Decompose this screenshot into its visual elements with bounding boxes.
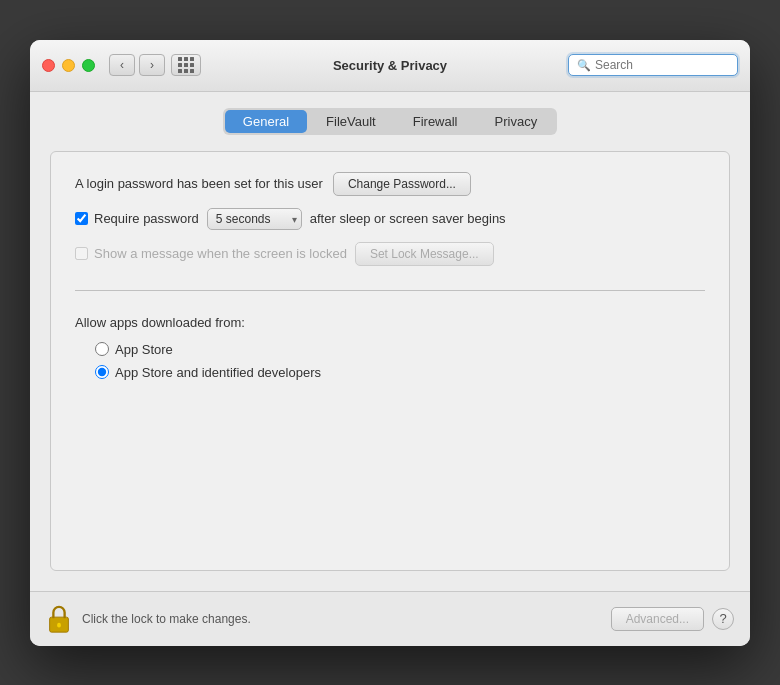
nav-buttons: ‹ › <box>109 54 165 76</box>
lock-message-label: Show a message when the screen is locked <box>94 246 347 261</box>
login-password-row: A login password has been set for this u… <box>75 172 705 196</box>
tab-general[interactable]: General <box>225 110 307 133</box>
tab-group: General FileVault Firewall Privacy <box>223 108 557 135</box>
radio-app-store-row: App Store <box>95 342 705 357</box>
lock-message-checkbox[interactable] <box>75 247 88 260</box>
radio-app-store-identified-label: App Store and identified developers <box>115 365 321 380</box>
search-icon: 🔍 <box>577 59 591 72</box>
content-area: General FileVault Firewall Privacy A log… <box>30 92 750 591</box>
settings-panel: A login password has been set for this u… <box>50 151 730 571</box>
forward-arrow-icon: › <box>150 58 154 72</box>
bottombar: Click the lock to make changes. Advanced… <box>30 591 750 646</box>
fullscreen-button[interactable] <box>82 59 95 72</box>
search-box[interactable]: 🔍 <box>568 54 738 76</box>
main-window: ‹ › Security & Privacy 🔍 General FileVau… <box>30 40 750 646</box>
tab-filevault[interactable]: FileVault <box>308 110 394 133</box>
svg-rect-1 <box>57 622 61 627</box>
radio-app-store-identified[interactable] <box>95 365 109 379</box>
forward-button[interactable]: › <box>139 54 165 76</box>
change-password-button[interactable]: Change Password... <box>333 172 471 196</box>
tab-firewall[interactable]: Firewall <box>395 110 476 133</box>
minimize-button[interactable] <box>62 59 75 72</box>
tabs-bar: General FileVault Firewall Privacy <box>50 108 730 135</box>
lock-message-checkbox-row: Show a message when the screen is locked <box>75 246 347 261</box>
radio-app-store-identified-row: App Store and identified developers <box>95 365 705 380</box>
after-sleep-label: after sleep or screen saver begins <box>310 211 506 226</box>
lock-icon <box>46 604 72 634</box>
require-password-checkbox-row: Require password <box>75 211 199 226</box>
titlebar: ‹ › Security & Privacy 🔍 <box>30 40 750 92</box>
allow-apps-title: Allow apps downloaded from: <box>75 315 705 330</box>
radio-app-store[interactable] <box>95 342 109 356</box>
password-timeout-wrapper: 5 seconds immediately 1 minute 5 minutes… <box>207 208 302 230</box>
back-button[interactable]: ‹ <box>109 54 135 76</box>
lock-message-text: Click the lock to make changes. <box>82 612 251 626</box>
traffic-lights <box>42 59 95 72</box>
grid-view-button[interactable] <box>171 54 201 76</box>
lock-message-row: Show a message when the screen is locked… <box>75 242 705 266</box>
help-icon: ? <box>719 611 726 626</box>
require-password-checkbox[interactable] <box>75 212 88 225</box>
radio-app-store-label: App Store <box>115 342 173 357</box>
section-divider <box>75 290 705 291</box>
search-input[interactable] <box>595 58 729 72</box>
bottom-right-controls: Advanced... ? <box>611 607 734 631</box>
window-title: Security & Privacy <box>333 58 447 73</box>
back-arrow-icon: ‹ <box>120 58 124 72</box>
tab-privacy[interactable]: Privacy <box>477 110 556 133</box>
password-timeout-select[interactable]: 5 seconds immediately 1 minute 5 minutes… <box>207 208 302 230</box>
close-button[interactable] <box>42 59 55 72</box>
help-button[interactable]: ? <box>712 608 734 630</box>
require-password-row: Require password 5 seconds immediately 1… <box>75 208 705 230</box>
set-lock-message-button[interactable]: Set Lock Message... <box>355 242 494 266</box>
grid-icon <box>178 57 194 73</box>
require-password-label: Require password <box>94 211 199 226</box>
advanced-button[interactable]: Advanced... <box>611 607 704 631</box>
login-password-label: A login password has been set for this u… <box>75 176 323 191</box>
